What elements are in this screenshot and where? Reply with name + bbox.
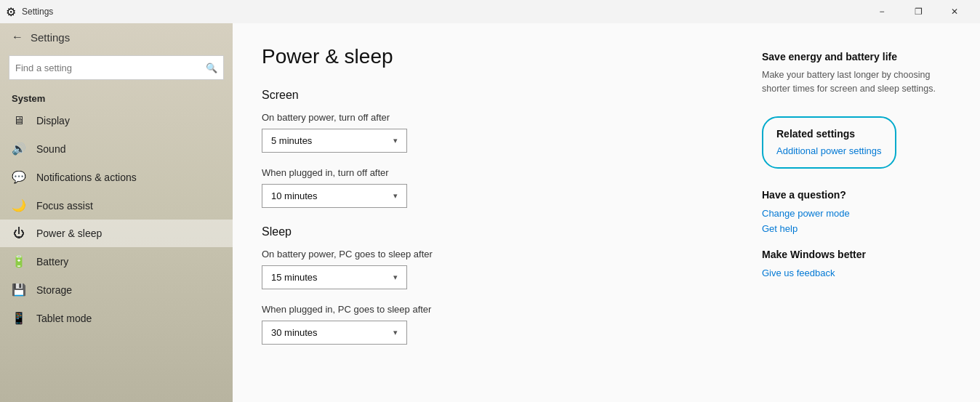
title-bar: ⚙ Settings − ❐ ✕	[0, 0, 980, 23]
battery-icon: 🔋	[12, 254, 26, 268]
notifications-icon: 💬	[12, 170, 26, 184]
title-bar-controls: − ❐ ✕	[865, 2, 971, 21]
sleep-field1-label: On battery power, PC goes to sleep after	[262, 249, 718, 260]
screen-dropdown-2[interactable]: 10 minutes ▾	[262, 184, 407, 208]
title-bar-left: ⚙ Settings	[6, 5, 53, 19]
content-main: Power & sleep Screen On battery power, t…	[262, 45, 718, 380]
back-arrow-icon: ←	[12, 31, 23, 44]
sidebar: ← Settings 🔍 System 🖥 Display 🔊 Sound 💬 …	[0, 23, 233, 402]
close-button[interactable]: ✕	[938, 2, 971, 21]
sidebar-item-sound[interactable]: 🔊 Sound	[0, 134, 233, 163]
sidebar-item-notifications[interactable]: 💬 Notifications & actions	[0, 163, 233, 191]
sidebar-item-label-power: Power & sleep	[36, 228, 102, 239]
get-help-link[interactable]: Get help	[762, 223, 951, 234]
sleep-dropdown-1-arrow: ▾	[393, 273, 398, 282]
sidebar-item-tablet[interactable]: 📱 Tablet mode	[0, 304, 233, 332]
screen-section-title: Screen	[262, 89, 718, 102]
screen-field1-label: On battery power, turn off after	[262, 112, 718, 123]
change-power-mode-link[interactable]: Change power mode	[762, 208, 951, 219]
sidebar-back-button[interactable]: ← Settings	[0, 23, 233, 51]
sleep-dropdown-2-value: 30 minutes	[271, 327, 318, 338]
save-energy-description: Make your battery last longer by choosin…	[762, 68, 951, 96]
related-settings-box: Related settings Additional power settin…	[762, 116, 896, 169]
additional-power-settings-link[interactable]: Additional power settings	[776, 145, 882, 156]
sidebar-item-battery[interactable]: 🔋 Battery	[0, 247, 233, 276]
sidebar-item-label-sound: Sound	[36, 143, 65, 155]
content-area: Power & sleep Screen On battery power, t…	[233, 23, 980, 402]
sidebar-item-storage[interactable]: 💾 Storage	[0, 276, 233, 304]
sidebar-item-display[interactable]: 🖥 Display	[0, 107, 233, 134]
sidebar-item-label-tablet: Tablet mode	[36, 313, 92, 324]
have-question-heading: Have a question?	[762, 189, 951, 201]
sidebar-settings-label: Settings	[31, 31, 70, 44]
screen-field2-label: When plugged in, turn off after	[262, 167, 718, 178]
display-icon: 🖥	[12, 114, 26, 127]
sidebar-item-label-focus: Focus assist	[36, 200, 93, 212]
page-title: Power & sleep	[262, 45, 718, 68]
sleep-section-title: Sleep	[262, 225, 718, 238]
system-label: System	[0, 84, 233, 107]
title-bar-title: Settings	[22, 7, 53, 17]
sleep-dropdown-2[interactable]: 30 minutes ▾	[262, 321, 407, 345]
sleep-dropdown-1-value: 15 minutes	[271, 272, 318, 283]
app-container: ← Settings 🔍 System 🖥 Display 🔊 Sound 💬 …	[0, 23, 980, 402]
power-icon: ⏻	[12, 227, 26, 240]
sidebar-item-label-battery: Battery	[36, 256, 68, 268]
give-feedback-link[interactable]: Give us feedback	[762, 268, 951, 278]
sidebar-item-label-notifications: Notifications & actions	[36, 172, 137, 183]
sleep-dropdown-2-arrow: ▾	[393, 328, 398, 337]
focus-icon: 🌙	[12, 198, 26, 212]
save-energy-title: Save energy and battery life	[762, 51, 951, 63]
tablet-icon: 📱	[12, 311, 26, 325]
screen-dropdown-2-value: 10 minutes	[271, 190, 318, 201]
search-input[interactable]	[15, 63, 206, 73]
screen-dropdown-1[interactable]: 5 minutes ▾	[262, 129, 407, 153]
screen-dropdown-1-value: 5 minutes	[271, 135, 312, 146]
content-right: Save energy and battery life Make your b…	[762, 45, 951, 380]
screen-dropdown-2-arrow: ▾	[393, 191, 398, 201]
sleep-section: Sleep On battery power, PC goes to sleep…	[262, 225, 718, 345]
make-windows-better-heading: Make Windows better	[762, 249, 951, 260]
minimize-button[interactable]: −	[865, 2, 899, 21]
settings-icon: ⚙	[6, 5, 16, 19]
screen-section: Screen On battery power, turn off after …	[262, 89, 718, 208]
sidebar-item-label-display: Display	[36, 115, 70, 126]
sleep-field2-label: When plugged in, PC goes to sleep after	[262, 304, 718, 315]
sidebar-item-label-storage: Storage	[36, 284, 72, 296]
sleep-dropdown-1[interactable]: 15 minutes ▾	[262, 265, 407, 289]
search-icon: 🔍	[206, 63, 217, 73]
related-settings-heading: Related settings	[776, 128, 882, 140]
sound-icon: 🔊	[12, 142, 26, 156]
sidebar-item-power[interactable]: ⏻ Power & sleep	[0, 220, 233, 247]
sidebar-item-focus[interactable]: 🌙 Focus assist	[0, 191, 233, 220]
search-box[interactable]: 🔍	[9, 55, 224, 80]
storage-icon: 💾	[12, 283, 26, 297]
maximize-button[interactable]: ❐	[901, 2, 935, 21]
screen-dropdown-1-arrow: ▾	[393, 136, 398, 145]
